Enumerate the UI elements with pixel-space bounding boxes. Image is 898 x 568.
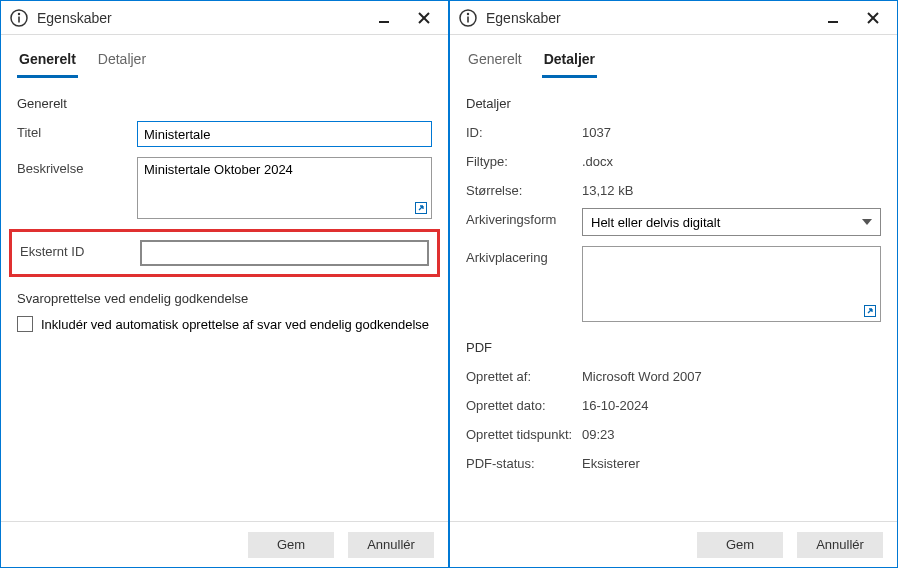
minimize-button[interactable]: [364, 4, 404, 32]
value-pdf-created-by: Microsoft Word 2007: [582, 365, 702, 384]
save-button[interactable]: Gem: [697, 532, 783, 558]
svg-rect-2: [18, 16, 20, 22]
label-size: Størrelse:: [466, 179, 582, 198]
value-pdf-created-date: 16-10-2024: [582, 394, 649, 413]
row-pdf-status: PDF-status: Eksisterer: [466, 452, 881, 471]
row-pdf-created-date: Oprettet dato: 16-10-2024: [466, 394, 881, 413]
section-heading-details: Detaljer: [450, 78, 897, 121]
description-value: Ministertale Oktober 2024: [144, 162, 293, 177]
minimize-button[interactable]: [813, 4, 853, 32]
row-external-id: Eksternt ID: [20, 240, 429, 266]
value-filetype: .docx: [582, 150, 613, 169]
info-icon: [458, 8, 478, 28]
row-archiveloc: Arkivplacering: [466, 246, 881, 322]
form-details: ID: 1037 Filtype: .docx Størrelse: 13,12…: [450, 121, 897, 521]
svg-rect-10: [828, 21, 838, 23]
section-heading-general: Generelt: [1, 78, 448, 121]
footer: Gem Annullér: [1, 521, 448, 567]
row-include-auto-reply: Inkludér ved automatisk oprettelse af sv…: [17, 316, 432, 332]
footer: Gem Annullér: [450, 521, 897, 567]
svg-rect-9: [467, 16, 469, 22]
properties-window-details: Egenskaber Generelt Detaljer Detaljer ID…: [449, 0, 898, 568]
value-pdf-created-time: 09:23: [582, 423, 615, 442]
svg-rect-3: [379, 21, 389, 23]
label-title: Titel: [17, 121, 137, 140]
row-size: Størrelse: 13,12 kB: [466, 179, 881, 198]
include-auto-reply-label: Inkludér ved automatisk oprettelse af sv…: [41, 317, 429, 332]
save-button[interactable]: Gem: [248, 532, 334, 558]
window-title: Egenskaber: [486, 10, 813, 26]
archiveform-value: Helt eller delvis digitalt: [591, 215, 720, 230]
description-textarea[interactable]: Ministertale Oktober 2024: [137, 157, 432, 219]
label-external-id: Eksternt ID: [20, 240, 140, 259]
expand-icon[interactable]: [863, 304, 877, 318]
archiveloc-textarea[interactable]: [582, 246, 881, 322]
label-id: ID:: [466, 121, 582, 140]
archiveform-dropdown[interactable]: Helt eller delvis digitalt: [582, 208, 881, 236]
include-auto-reply-checkbox[interactable]: [17, 316, 33, 332]
label-pdf-created-date: Oprettet dato:: [466, 394, 582, 413]
value-size: 13,12 kB: [582, 179, 633, 198]
tab-details[interactable]: Detaljer: [542, 47, 597, 78]
row-title: Titel: [17, 121, 432, 147]
external-id-highlight: Eksternt ID: [9, 229, 440, 277]
row-pdf-created-time: Oprettet tidspunkt: 09:23: [466, 423, 881, 442]
label-archiveloc: Arkivplacering: [466, 246, 582, 265]
tab-general[interactable]: Generelt: [466, 47, 524, 78]
label-pdf-created-time: Oprettet tidspunkt:: [466, 423, 582, 442]
tab-details[interactable]: Detaljer: [96, 47, 148, 78]
titlebar: Egenskaber: [1, 1, 448, 35]
section-heading-pdf: PDF: [466, 340, 881, 355]
window-title: Egenskaber: [37, 10, 364, 26]
tab-general[interactable]: Generelt: [17, 47, 78, 78]
cancel-button[interactable]: Annullér: [797, 532, 883, 558]
svg-point-8: [467, 12, 469, 14]
info-icon: [9, 8, 29, 28]
row-archiveform: Arkiveringsform Helt eller delvis digita…: [466, 208, 881, 236]
tabs: Generelt Detaljer: [450, 35, 897, 78]
titlebar: Egenskaber: [450, 1, 897, 35]
row-description: Beskrivelse Ministertale Oktober 2024: [17, 157, 432, 219]
form-general: Titel Beskrivelse Ministertale Oktober 2…: [1, 121, 448, 521]
value-id: 1037: [582, 121, 611, 140]
row-id: ID: 1037: [466, 121, 881, 140]
label-pdf-status: PDF-status:: [466, 452, 582, 471]
expand-icon[interactable]: [414, 201, 428, 215]
chevron-down-icon: [862, 219, 872, 225]
label-pdf-created-by: Oprettet af:: [466, 365, 582, 384]
svg-point-1: [18, 12, 20, 14]
section-heading-reply: Svaroprettelse ved endelig godkendelse: [17, 291, 432, 306]
cancel-button[interactable]: Annullér: [348, 532, 434, 558]
label-description: Beskrivelse: [17, 157, 137, 176]
external-id-input[interactable]: [140, 240, 429, 266]
close-button[interactable]: [853, 4, 893, 32]
label-filetype: Filtype:: [466, 150, 582, 169]
properties-window-general: Egenskaber Generelt Detaljer Generelt Ti…: [0, 0, 449, 568]
title-input[interactable]: [137, 121, 432, 147]
tabs: Generelt Detaljer: [1, 35, 448, 78]
label-archiveform: Arkiveringsform: [466, 208, 582, 227]
value-pdf-status: Eksisterer: [582, 452, 640, 471]
row-filetype: Filtype: .docx: [466, 150, 881, 169]
row-pdf-created-by: Oprettet af: Microsoft Word 2007: [466, 365, 881, 384]
close-button[interactable]: [404, 4, 444, 32]
